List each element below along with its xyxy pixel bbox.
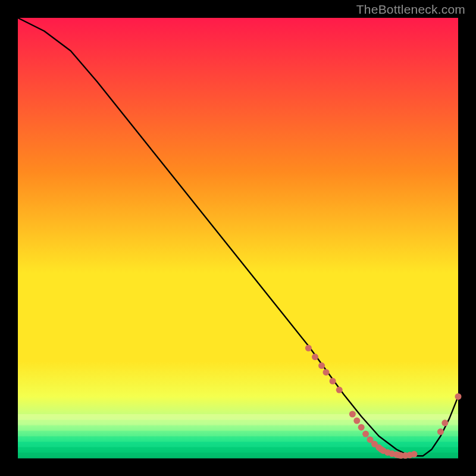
heat-band	[18, 436, 458, 442]
watermark-text: TheBottleneck.com	[356, 2, 465, 17]
data-marker	[349, 411, 356, 418]
heat-band	[18, 431, 458, 437]
data-marker	[358, 424, 365, 431]
data-marker	[441, 419, 448, 426]
data-marker	[318, 362, 325, 369]
data-marker	[330, 378, 336, 384]
data-marker	[312, 353, 318, 360]
data-marker	[362, 431, 369, 437]
heat-band	[18, 419, 458, 425]
heat-band	[18, 414, 458, 420]
data-marker	[323, 369, 330, 375]
data-marker	[353, 418, 360, 424]
data-marker	[336, 387, 343, 393]
data-marker	[411, 451, 418, 458]
heat-band	[18, 425, 458, 431]
chart-stage: TheBottleneck.com	[0, 0, 476, 476]
data-marker	[437, 428, 444, 435]
heat-background	[18, 18, 458, 458]
data-marker	[305, 345, 312, 352]
data-marker	[455, 393, 462, 400]
chart-canvas	[0, 0, 476, 476]
